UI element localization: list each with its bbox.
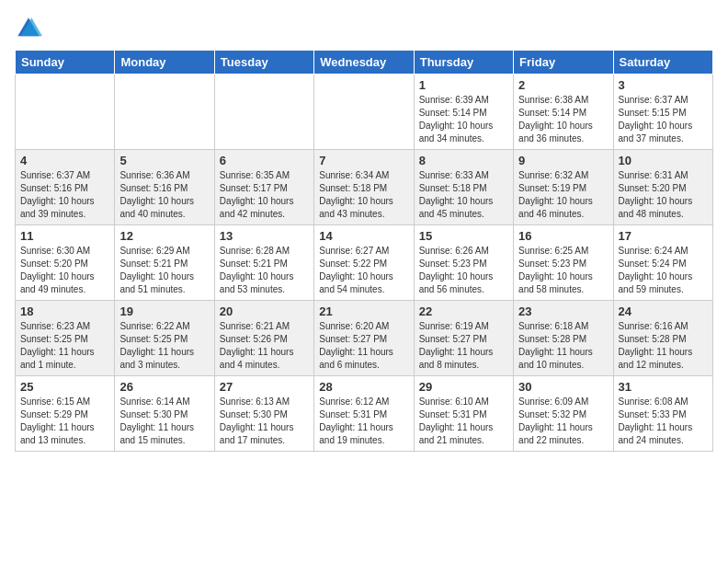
day-info: Sunrise: 6:31 AMSunset: 5:20 PMDaylight:… [619,169,708,221]
calendar-cell: 24Sunrise: 6:16 AMSunset: 5:28 PMDayligh… [613,301,712,376]
day-number: 11 [20,229,109,243]
calendar-cell: 23Sunrise: 6:18 AMSunset: 5:28 PMDayligh… [514,301,613,376]
calendar-cell: 15Sunrise: 6:26 AMSunset: 5:23 PMDayligh… [414,225,513,301]
calendar-cell: 7Sunrise: 6:34 AMSunset: 5:18 PMDaylight… [314,150,414,225]
day-number: 6 [220,154,309,167]
day-number: 20 [220,304,309,318]
day-info: Sunrise: 6:34 AMSunset: 5:18 PMDaylight:… [319,169,408,221]
weekday-header-monday: Monday [115,51,214,75]
day-number: 29 [419,380,508,394]
calendar-cell: 13Sunrise: 6:28 AMSunset: 5:21 PMDayligh… [214,225,313,301]
day-info: Sunrise: 6:08 AMSunset: 5:33 PMDaylight:… [619,396,708,447]
weekday-header-wednesday: Wednesday [314,51,414,75]
weekday-header-friday: Friday [514,51,613,75]
calendar-cell: 18Sunrise: 6:23 AMSunset: 5:25 PMDayligh… [16,301,115,376]
week-row-5: 25Sunrise: 6:15 AMSunset: 5:29 PMDayligh… [16,376,713,452]
calendar-cell: 19Sunrise: 6:22 AMSunset: 5:25 PMDayligh… [115,301,214,376]
week-row-4: 18Sunrise: 6:23 AMSunset: 5:25 PMDayligh… [16,301,713,376]
day-number: 31 [619,380,708,394]
logo [15,15,46,42]
calendar-cell: 29Sunrise: 6:10 AMSunset: 5:31 PMDayligh… [414,376,513,452]
day-info: Sunrise: 6:37 AMSunset: 5:16 PMDaylight:… [20,169,109,221]
day-number: 3 [619,78,708,92]
calendar-cell: 26Sunrise: 6:14 AMSunset: 5:30 PMDayligh… [115,376,214,452]
calendar-cell: 28Sunrise: 6:12 AMSunset: 5:31 PMDayligh… [314,376,414,452]
day-number: 15 [419,229,508,243]
day-number: 27 [220,380,309,394]
calendar-cell: 31Sunrise: 6:08 AMSunset: 5:33 PMDayligh… [613,376,712,452]
day-number: 21 [319,304,408,318]
calendar-cell: 2Sunrise: 6:38 AMSunset: 5:14 PMDaylight… [514,75,613,150]
day-number: 14 [319,229,408,243]
day-info: Sunrise: 6:27 AMSunset: 5:22 PMDaylight:… [319,245,408,296]
weekday-header-sunday: Sunday [16,51,115,75]
weekday-header-tuesday: Tuesday [214,51,313,75]
day-number: 30 [518,380,608,394]
day-info: Sunrise: 6:15 AMSunset: 5:29 PMDaylight:… [20,396,109,447]
week-row-2: 4Sunrise: 6:37 AMSunset: 5:16 PMDaylight… [16,150,713,225]
day-number: 26 [119,380,209,394]
day-number: 25 [20,380,109,394]
calendar-cell: 6Sunrise: 6:35 AMSunset: 5:17 PMDaylight… [214,150,313,225]
day-info: Sunrise: 6:32 AMSunset: 5:19 PMDaylight:… [518,169,608,221]
day-number: 7 [319,154,408,167]
day-info: Sunrise: 6:23 AMSunset: 5:25 PMDaylight:… [20,320,109,372]
day-number: 12 [119,229,209,243]
day-number: 22 [419,304,508,318]
day-number: 9 [518,154,608,167]
calendar-cell: 27Sunrise: 6:13 AMSunset: 5:30 PMDayligh… [214,376,313,452]
calendar-cell [115,75,214,150]
day-info: Sunrise: 6:28 AMSunset: 5:21 PMDaylight:… [220,245,309,296]
day-number: 28 [319,380,408,394]
day-info: Sunrise: 6:16 AMSunset: 5:28 PMDaylight:… [619,320,708,372]
day-number: 1 [419,78,508,92]
day-info: Sunrise: 6:21 AMSunset: 5:26 PMDaylight:… [220,320,309,372]
calendar-cell: 25Sunrise: 6:15 AMSunset: 5:29 PMDayligh… [16,376,115,452]
weekday-header-saturday: Saturday [613,51,712,75]
calendar-cell: 17Sunrise: 6:24 AMSunset: 5:24 PMDayligh… [613,225,712,301]
day-info: Sunrise: 6:12 AMSunset: 5:31 PMDaylight:… [319,396,408,447]
day-number: 2 [518,78,608,92]
calendar-cell [16,75,115,150]
calendar-cell: 5Sunrise: 6:36 AMSunset: 5:16 PMDaylight… [115,150,214,225]
day-info: Sunrise: 6:39 AMSunset: 5:14 PMDaylight:… [419,94,508,145]
calendar-cell: 21Sunrise: 6:20 AMSunset: 5:27 PMDayligh… [314,301,414,376]
calendar-cell: 8Sunrise: 6:33 AMSunset: 5:18 PMDaylight… [414,150,513,225]
calendar-cell: 12Sunrise: 6:29 AMSunset: 5:21 PMDayligh… [115,225,214,301]
calendar-cell: 11Sunrise: 6:30 AMSunset: 5:20 PMDayligh… [16,225,115,301]
calendar-cell: 30Sunrise: 6:09 AMSunset: 5:32 PMDayligh… [514,376,613,452]
day-number: 4 [20,154,109,167]
day-number: 19 [119,304,209,318]
page-container: SundayMondayTuesdayWednesdayThursdayFrid… [0,0,728,459]
week-row-3: 11Sunrise: 6:30 AMSunset: 5:20 PMDayligh… [16,225,713,301]
day-number: 18 [20,304,109,318]
weekday-header-row: SundayMondayTuesdayWednesdayThursdayFrid… [16,51,713,75]
day-info: Sunrise: 6:09 AMSunset: 5:32 PMDaylight:… [518,396,608,447]
day-info: Sunrise: 6:25 AMSunset: 5:23 PMDaylight:… [518,245,608,296]
calendar-cell: 1Sunrise: 6:39 AMSunset: 5:14 PMDaylight… [414,75,513,150]
day-number: 13 [220,229,309,243]
calendar-cell [214,75,313,150]
day-number: 5 [119,154,209,167]
day-info: Sunrise: 6:19 AMSunset: 5:27 PMDaylight:… [419,320,508,372]
day-info: Sunrise: 6:29 AMSunset: 5:21 PMDaylight:… [119,245,209,296]
weekday-header-thursday: Thursday [414,51,513,75]
calendar-cell: 22Sunrise: 6:19 AMSunset: 5:27 PMDayligh… [414,301,513,376]
day-info: Sunrise: 6:38 AMSunset: 5:14 PMDaylight:… [518,94,608,145]
page-header [15,15,713,42]
day-info: Sunrise: 6:33 AMSunset: 5:18 PMDaylight:… [419,169,508,221]
day-info: Sunrise: 6:14 AMSunset: 5:30 PMDaylight:… [119,396,209,447]
calendar-cell [314,75,414,150]
day-info: Sunrise: 6:24 AMSunset: 5:24 PMDaylight:… [619,245,708,296]
day-number: 16 [518,229,608,243]
day-number: 17 [619,229,708,243]
calendar-cell: 10Sunrise: 6:31 AMSunset: 5:20 PMDayligh… [613,150,712,225]
calendar-cell: 16Sunrise: 6:25 AMSunset: 5:23 PMDayligh… [514,225,613,301]
day-number: 8 [419,154,508,167]
day-info: Sunrise: 6:36 AMSunset: 5:16 PMDaylight:… [119,169,209,221]
calendar-cell: 9Sunrise: 6:32 AMSunset: 5:19 PMDaylight… [514,150,613,225]
calendar-cell: 20Sunrise: 6:21 AMSunset: 5:26 PMDayligh… [214,301,313,376]
day-info: Sunrise: 6:20 AMSunset: 5:27 PMDaylight:… [319,320,408,372]
day-number: 24 [619,304,708,318]
calendar-cell: 3Sunrise: 6:37 AMSunset: 5:15 PMDaylight… [613,75,712,150]
